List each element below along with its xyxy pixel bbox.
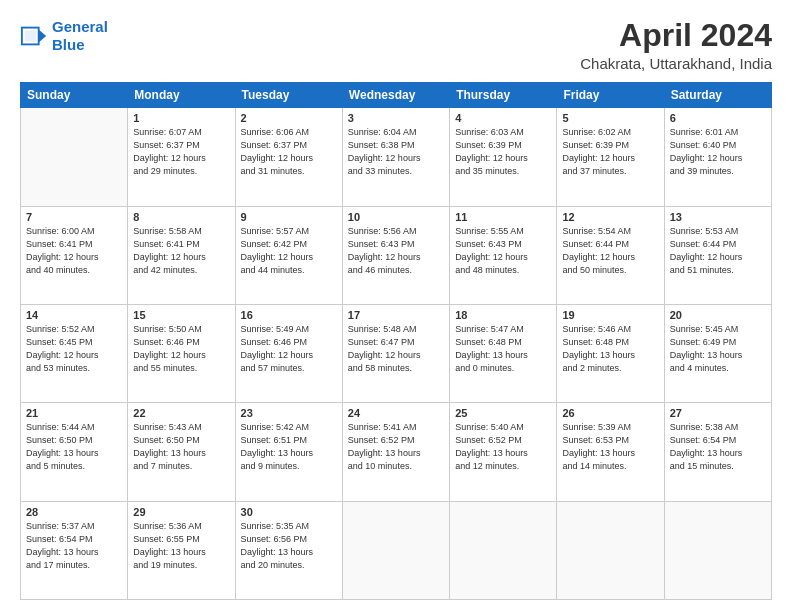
- day-info: Sunrise: 6:02 AM Sunset: 6:39 PM Dayligh…: [562, 126, 658, 178]
- day-cell: 16Sunrise: 5:49 AM Sunset: 6:46 PM Dayli…: [235, 304, 342, 402]
- day-info: Sunrise: 5:47 AM Sunset: 6:48 PM Dayligh…: [455, 323, 551, 375]
- day-number: 30: [241, 506, 337, 518]
- day-cell: 30Sunrise: 5:35 AM Sunset: 6:56 PM Dayli…: [235, 501, 342, 599]
- day-cell: 26Sunrise: 5:39 AM Sunset: 6:53 PM Dayli…: [557, 403, 664, 501]
- day-cell: 1Sunrise: 6:07 AM Sunset: 6:37 PM Daylig…: [128, 108, 235, 206]
- day-number: 19: [562, 309, 658, 321]
- day-number: 13: [670, 211, 766, 223]
- day-info: Sunrise: 6:06 AM Sunset: 6:37 PM Dayligh…: [241, 126, 337, 178]
- day-cell: 15Sunrise: 5:50 AM Sunset: 6:46 PM Dayli…: [128, 304, 235, 402]
- day-info: Sunrise: 6:00 AM Sunset: 6:41 PM Dayligh…: [26, 225, 122, 277]
- week-row-4: 21Sunrise: 5:44 AM Sunset: 6:50 PM Dayli…: [21, 403, 772, 501]
- day-number: 18: [455, 309, 551, 321]
- day-number: 10: [348, 211, 444, 223]
- day-info: Sunrise: 5:42 AM Sunset: 6:51 PM Dayligh…: [241, 421, 337, 473]
- day-cell: 27Sunrise: 5:38 AM Sunset: 6:54 PM Dayli…: [664, 403, 771, 501]
- day-cell: 9Sunrise: 5:57 AM Sunset: 6:42 PM Daylig…: [235, 206, 342, 304]
- logo-icon: [20, 22, 48, 50]
- day-cell: [450, 501, 557, 599]
- day-info: Sunrise: 5:48 AM Sunset: 6:47 PM Dayligh…: [348, 323, 444, 375]
- day-info: Sunrise: 5:55 AM Sunset: 6:43 PM Dayligh…: [455, 225, 551, 277]
- day-cell: [664, 501, 771, 599]
- col-header-friday: Friday: [557, 83, 664, 108]
- day-info: Sunrise: 5:46 AM Sunset: 6:48 PM Dayligh…: [562, 323, 658, 375]
- day-number: 23: [241, 407, 337, 419]
- col-header-saturday: Saturday: [664, 83, 771, 108]
- calendar-table: SundayMondayTuesdayWednesdayThursdayFrid…: [20, 82, 772, 600]
- day-info: Sunrise: 5:45 AM Sunset: 6:49 PM Dayligh…: [670, 323, 766, 375]
- header-row: SundayMondayTuesdayWednesdayThursdayFrid…: [21, 83, 772, 108]
- svg-rect-3: [25, 30, 36, 41]
- day-number: 22: [133, 407, 229, 419]
- day-info: Sunrise: 5:39 AM Sunset: 6:53 PM Dayligh…: [562, 421, 658, 473]
- day-info: Sunrise: 5:58 AM Sunset: 6:41 PM Dayligh…: [133, 225, 229, 277]
- day-number: 20: [670, 309, 766, 321]
- day-cell: 18Sunrise: 5:47 AM Sunset: 6:48 PM Dayli…: [450, 304, 557, 402]
- day-info: Sunrise: 5:40 AM Sunset: 6:52 PM Dayligh…: [455, 421, 551, 473]
- month-title: April 2024: [580, 18, 772, 53]
- day-cell: 2Sunrise: 6:06 AM Sunset: 6:37 PM Daylig…: [235, 108, 342, 206]
- logo-text: General Blue: [52, 18, 108, 54]
- day-number: 17: [348, 309, 444, 321]
- day-number: 1: [133, 112, 229, 124]
- day-number: 14: [26, 309, 122, 321]
- day-cell: 8Sunrise: 5:58 AM Sunset: 6:41 PM Daylig…: [128, 206, 235, 304]
- page: General Blue April 2024 Chakrata, Uttara…: [0, 0, 792, 612]
- col-header-wednesday: Wednesday: [342, 83, 449, 108]
- day-number: 28: [26, 506, 122, 518]
- day-info: Sunrise: 6:03 AM Sunset: 6:39 PM Dayligh…: [455, 126, 551, 178]
- day-cell: 23Sunrise: 5:42 AM Sunset: 6:51 PM Dayli…: [235, 403, 342, 501]
- day-cell: 20Sunrise: 5:45 AM Sunset: 6:49 PM Dayli…: [664, 304, 771, 402]
- day-info: Sunrise: 5:35 AM Sunset: 6:56 PM Dayligh…: [241, 520, 337, 572]
- header: General Blue April 2024 Chakrata, Uttara…: [20, 18, 772, 72]
- week-row-2: 7Sunrise: 6:00 AM Sunset: 6:41 PM Daylig…: [21, 206, 772, 304]
- week-row-5: 28Sunrise: 5:37 AM Sunset: 6:54 PM Dayli…: [21, 501, 772, 599]
- day-info: Sunrise: 6:07 AM Sunset: 6:37 PM Dayligh…: [133, 126, 229, 178]
- location-title: Chakrata, Uttarakhand, India: [580, 55, 772, 72]
- week-row-3: 14Sunrise: 5:52 AM Sunset: 6:45 PM Dayli…: [21, 304, 772, 402]
- col-header-monday: Monday: [128, 83, 235, 108]
- day-cell: [21, 108, 128, 206]
- day-number: 7: [26, 211, 122, 223]
- day-cell: 11Sunrise: 5:55 AM Sunset: 6:43 PM Dayli…: [450, 206, 557, 304]
- day-number: 16: [241, 309, 337, 321]
- day-cell: 3Sunrise: 6:04 AM Sunset: 6:38 PM Daylig…: [342, 108, 449, 206]
- day-info: Sunrise: 5:37 AM Sunset: 6:54 PM Dayligh…: [26, 520, 122, 572]
- day-number: 5: [562, 112, 658, 124]
- day-cell: 13Sunrise: 5:53 AM Sunset: 6:44 PM Dayli…: [664, 206, 771, 304]
- logo: General Blue: [20, 18, 108, 54]
- day-number: 21: [26, 407, 122, 419]
- col-header-tuesday: Tuesday: [235, 83, 342, 108]
- day-cell: 21Sunrise: 5:44 AM Sunset: 6:50 PM Dayli…: [21, 403, 128, 501]
- title-block: April 2024 Chakrata, Uttarakhand, India: [580, 18, 772, 72]
- day-info: Sunrise: 5:49 AM Sunset: 6:46 PM Dayligh…: [241, 323, 337, 375]
- day-info: Sunrise: 5:36 AM Sunset: 6:55 PM Dayligh…: [133, 520, 229, 572]
- day-number: 4: [455, 112, 551, 124]
- day-number: 11: [455, 211, 551, 223]
- day-number: 26: [562, 407, 658, 419]
- day-info: Sunrise: 5:54 AM Sunset: 6:44 PM Dayligh…: [562, 225, 658, 277]
- logo-line2: Blue: [52, 36, 85, 53]
- day-info: Sunrise: 5:57 AM Sunset: 6:42 PM Dayligh…: [241, 225, 337, 277]
- day-info: Sunrise: 6:01 AM Sunset: 6:40 PM Dayligh…: [670, 126, 766, 178]
- day-number: 24: [348, 407, 444, 419]
- day-cell: 12Sunrise: 5:54 AM Sunset: 6:44 PM Dayli…: [557, 206, 664, 304]
- day-cell: 25Sunrise: 5:40 AM Sunset: 6:52 PM Dayli…: [450, 403, 557, 501]
- day-number: 8: [133, 211, 229, 223]
- day-info: Sunrise: 5:44 AM Sunset: 6:50 PM Dayligh…: [26, 421, 122, 473]
- day-cell: 4Sunrise: 6:03 AM Sunset: 6:39 PM Daylig…: [450, 108, 557, 206]
- day-number: 2: [241, 112, 337, 124]
- day-cell: 19Sunrise: 5:46 AM Sunset: 6:48 PM Dayli…: [557, 304, 664, 402]
- day-info: Sunrise: 5:38 AM Sunset: 6:54 PM Dayligh…: [670, 421, 766, 473]
- day-number: 12: [562, 211, 658, 223]
- day-cell: 14Sunrise: 5:52 AM Sunset: 6:45 PM Dayli…: [21, 304, 128, 402]
- day-cell: 10Sunrise: 5:56 AM Sunset: 6:43 PM Dayli…: [342, 206, 449, 304]
- day-cell: 7Sunrise: 6:00 AM Sunset: 6:41 PM Daylig…: [21, 206, 128, 304]
- day-cell: 22Sunrise: 5:43 AM Sunset: 6:50 PM Dayli…: [128, 403, 235, 501]
- day-number: 6: [670, 112, 766, 124]
- day-number: 25: [455, 407, 551, 419]
- day-cell: [342, 501, 449, 599]
- day-info: Sunrise: 5:41 AM Sunset: 6:52 PM Dayligh…: [348, 421, 444, 473]
- logo-line1: General: [52, 18, 108, 35]
- day-number: 27: [670, 407, 766, 419]
